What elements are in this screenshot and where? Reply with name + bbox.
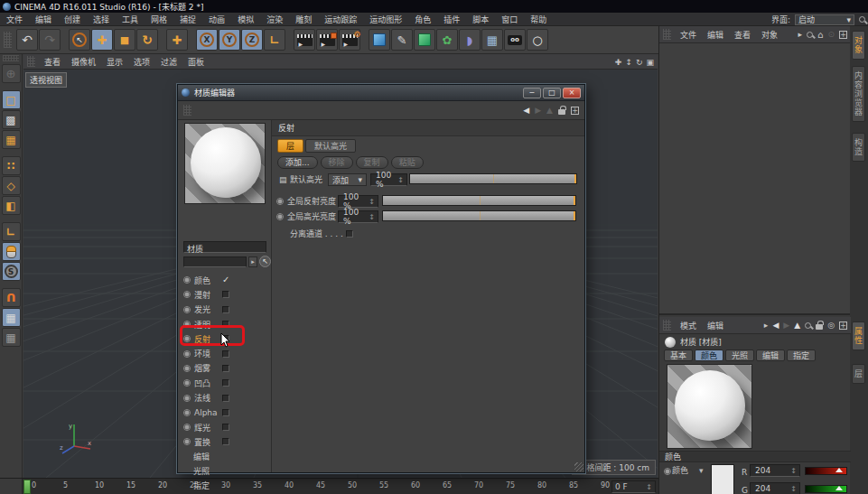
object-manager-menu-2[interactable]: 查看 [729, 29, 756, 41]
attribute-menu-0[interactable]: 模式 [675, 320, 702, 331]
render-picture-viewer-button[interactable] [316, 29, 338, 51]
undo-button[interactable]: ↶ [16, 29, 38, 51]
material-secondary-field[interactable] [183, 256, 247, 267]
render-view-button[interactable] [294, 29, 315, 51]
points-mode-button[interactable]: ∷ [2, 156, 21, 175]
viewport-menu-item-0[interactable]: 查看 [39, 56, 66, 68]
menubar-item-16[interactable]: 窗口 [495, 14, 524, 25]
minimize-button[interactable]: ─ [523, 88, 541, 98]
global-specular-value[interactable]: 100 % ↕ [338, 210, 378, 223]
channel-radio-icon[interactable] [183, 276, 191, 284]
target-icon[interactable]: ◎ [827, 321, 835, 330]
channel-row-6[interactable]: 烟雾 [178, 361, 271, 376]
channel-radio-icon[interactable] [183, 424, 191, 431]
global-specular-radio[interactable] [276, 213, 284, 220]
toggle-view-icon[interactable]: ▣ [646, 58, 654, 67]
channel-checkbox-checked[interactable]: ✓ [222, 276, 229, 284]
channel-radio-icon[interactable] [183, 350, 191, 358]
attribute-item-header[interactable]: 材质 [材质] [659, 334, 851, 350]
menubar-item-6[interactable]: 捕捉 [173, 14, 202, 25]
toolbar-grip[interactable] [4, 32, 12, 48]
menu-overflow-icon[interactable]: ▸ [798, 30, 803, 39]
menubar-item-13[interactable]: 角色 [408, 14, 437, 25]
global-specular-slider[interactable] [382, 210, 576, 221]
uv-grid-button[interactable]: ▦ [2, 130, 21, 149]
axis-mode-button[interactable]: ∟ [2, 222, 21, 241]
render-settings-button[interactable]: ⚙ [339, 29, 360, 51]
slider-handle[interactable] [835, 468, 843, 472]
viewport-menu-item-3[interactable]: 选项 [128, 56, 155, 68]
history-back-icon[interactable]: ◀ [772, 321, 779, 330]
current-frame-field[interactable]: 0 F ↕ [611, 480, 656, 493]
attribute-material-preview[interactable] [667, 364, 752, 449]
generator-button[interactable] [414, 29, 435, 51]
reflection-button-0[interactable]: 添加... [277, 156, 318, 169]
channel-radio-icon[interactable] [183, 379, 191, 387]
channel-radio-icon[interactable] [183, 306, 191, 313]
object-manager-menu-1[interactable]: 编辑 [702, 29, 729, 41]
menubar-item-10[interactable]: 雕刻 [289, 14, 318, 25]
last-tool-button[interactable]: ✚ [166, 29, 188, 51]
menubar-item-9[interactable]: 渲染 [260, 14, 289, 25]
redo-button[interactable]: ↷ [39, 29, 61, 51]
channel-row-7[interactable]: 凹凸 [178, 376, 271, 390]
soft-selection-button[interactable]: S [2, 262, 21, 281]
menubar-item-14[interactable]: 插件 [437, 14, 466, 25]
viewport-menu-item-4[interactable]: 过滤 [155, 56, 182, 68]
menubar-item-17[interactable]: 帮助 [524, 14, 553, 25]
object-manager-list[interactable] [659, 43, 851, 315]
new-panel-icon[interactable]: + [839, 322, 847, 330]
default-specular-slider[interactable] [409, 173, 577, 184]
eye-icon[interactable]: ⊙ [827, 30, 835, 39]
polygons-mode-button[interactable]: ◧ [2, 196, 21, 215]
restore-button[interactable]: □ [543, 88, 561, 98]
zoom-view-icon[interactable]: ↕ [625, 58, 632, 67]
model-mode-button[interactable]: □ [2, 90, 21, 109]
channel-extra-item-2[interactable]: 指定 [178, 479, 271, 493]
channel-checkbox[interactable] [222, 350, 229, 358]
channel-row-1[interactable]: 漫射 [178, 287, 271, 302]
global-reflection-slider[interactable] [382, 195, 576, 206]
snap-magnet-button[interactable]: U [2, 288, 21, 307]
search-icon[interactable] [805, 322, 811, 329]
channel-value[interactable]: 204↕ [750, 464, 800, 477]
search-icon[interactable] [859, 16, 865, 23]
object-manager-menu-3[interactable]: 对象 [756, 29, 783, 41]
deformer-button[interactable]: ✿ [436, 29, 458, 51]
viewport-menu-item-5[interactable]: 面板 [182, 56, 210, 68]
light-button[interactable]: ○ [527, 29, 548, 51]
channel-checkbox[interactable] [222, 424, 229, 431]
make-editable-button[interactable]: ⊕ [2, 64, 21, 83]
up-level-icon[interactable]: ▲ [794, 321, 800, 330]
toolbar-grip[interactable] [3, 55, 19, 61]
channel-checkbox[interactable] [222, 379, 229, 387]
search-icon[interactable] [807, 32, 813, 38]
viewport-menu-item-1[interactable]: 摄像机 [66, 56, 101, 68]
channel-value[interactable]: 204↕ [750, 482, 800, 494]
attribute-tab-1[interactable]: 颜色 [695, 350, 723, 361]
camera-button[interactable]: oo [504, 29, 526, 51]
panel-tab-2[interactable]: 构造 [852, 133, 865, 162]
channel-checkbox[interactable] [222, 306, 229, 313]
lock-x-button[interactable]: X [196, 29, 218, 51]
menubar-item-0[interactable]: 文件 [0, 14, 29, 25]
workplane-lock-button[interactable]: ▦ [2, 308, 21, 327]
panel-tab-0[interactable]: 对象 [852, 31, 865, 60]
channel-radio-icon[interactable] [183, 409, 191, 416]
attribute-panel-tab-1[interactable]: 层 [852, 364, 865, 384]
workplane-snap-button[interactable]: ▦ [2, 328, 21, 347]
environment-button[interactable]: ◗ [459, 29, 481, 51]
lock-y-button[interactable]: Y [219, 29, 240, 51]
timeline-grip[interactable] [0, 479, 23, 494]
separate-pass-checkbox[interactable] [346, 230, 353, 238]
material-name-field[interactable]: 材质 [183, 241, 266, 253]
home-icon[interactable]: ⌂ [817, 30, 823, 40]
spline-pen-button[interactable]: ✎ [391, 29, 413, 51]
reflection-tab-0[interactable]: 层 [277, 139, 303, 153]
scale-tool-button[interactable]: ■ [114, 29, 135, 51]
object-manager-menu-0[interactable]: 文件 [675, 29, 702, 41]
menubar-item-5[interactable]: 网格 [145, 14, 173, 25]
material-preview[interactable] [184, 123, 266, 204]
pan-view-icon[interactable]: ✚ [615, 58, 622, 67]
global-reflection-radio[interactable] [276, 198, 284, 205]
